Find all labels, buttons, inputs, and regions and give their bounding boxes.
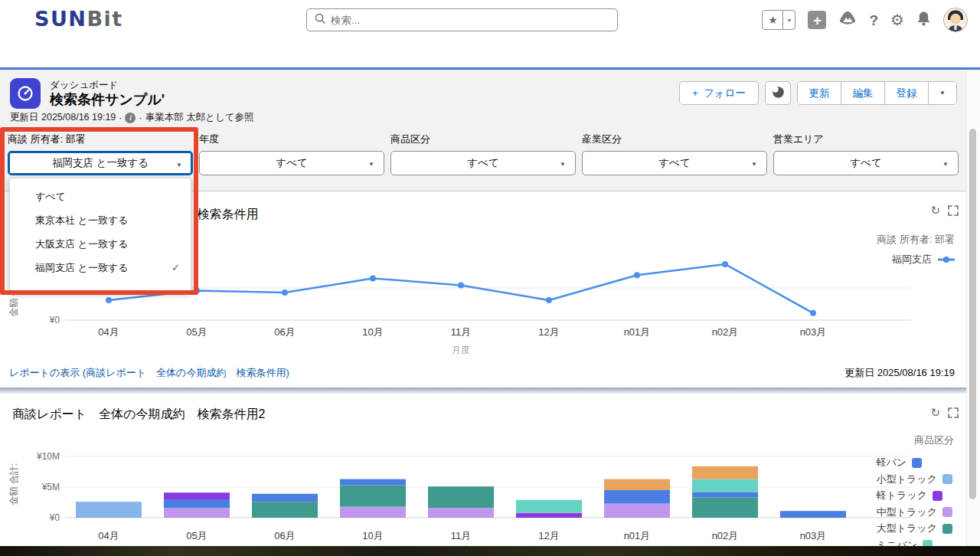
svg-text:¥0: ¥0	[49, 512, 60, 523]
dropdown-option-label: すべて	[35, 191, 66, 202]
follow-label: フォロー	[704, 87, 746, 100]
filter-2: 年度すべて▼	[199, 132, 384, 191]
filter-select[interactable]: 福岡支店 と一致する▼	[8, 151, 193, 175]
svg-text:n02月: n02月	[712, 326, 739, 338]
search-icon	[315, 13, 325, 27]
dropdown-option-label: 大阪支店 と一致する	[35, 238, 129, 250]
user-avatar[interactable]	[943, 8, 968, 32]
svg-text:n01月: n01月	[624, 530, 651, 541]
filter-3: 商品区分すべて▼	[390, 132, 576, 191]
dashboard-actions: + フォロー 更新 編集 登録 ▼	[679, 81, 957, 105]
setup-gear-icon[interactable]: ⚙	[890, 12, 904, 28]
trailhead-icon[interactable]	[838, 10, 857, 30]
favorites-button[interactable]: ★ ▼	[762, 10, 795, 30]
star-icon[interactable]: ★	[763, 11, 782, 29]
svg-text:10月: 10月	[362, 326, 383, 338]
info-icon[interactable]: i	[125, 113, 136, 123]
filter-select[interactable]: すべて▼	[390, 151, 576, 175]
svg-text:¥0: ¥0	[49, 315, 60, 325]
scrollbar-thumb[interactable]	[969, 129, 976, 499]
search-input[interactable]	[331, 15, 609, 26]
filter-select[interactable]: すべて▼	[582, 151, 767, 175]
global-search[interactable]	[306, 8, 618, 31]
svg-text:06月: 06月	[274, 326, 295, 338]
expand-chart-icon[interactable]	[948, 407, 959, 421]
svg-text:04月: 04月	[98, 326, 119, 338]
filter-value: すべて	[774, 156, 958, 170]
dropdown-option[interactable]: 福岡支店 と一致する✓	[10, 256, 191, 280]
svg-text:月度: 月度	[452, 345, 470, 355]
svg-text:05月: 05月	[186, 530, 207, 541]
svg-text:n03月: n03月	[800, 326, 827, 338]
caret-down-icon: ▼	[176, 162, 182, 168]
save-button[interactable]: 登録	[885, 82, 929, 104]
filter-label: 営業エリア	[773, 132, 959, 144]
viewing-as-text: 事業本部 太郎として参照	[145, 111, 254, 124]
filter-label: 商品区分	[390, 132, 576, 144]
notifications-bell-icon[interactable]	[916, 11, 931, 30]
global-header: SUNBit ★ ▼ + ? ⚙	[0, 0, 980, 40]
expand-chart-icon[interactable]	[948, 205, 959, 219]
dropdown-option[interactable]: すべて	[10, 185, 191, 208]
chart-updated-timestamp: 更新日 2025/08/16 19:19	[844, 366, 955, 380]
legend-swatch	[942, 507, 952, 517]
caret-down-icon: ▼	[368, 161, 374, 168]
dashboard-meta: 更新日 2025/08/16 19:19 · i · 事業本部 太郎として参照	[10, 111, 254, 124]
svg-text:05月: 05月	[186, 326, 207, 338]
caret-down-icon: ▼	[751, 161, 757, 168]
svg-text:10月: 10月	[362, 530, 383, 541]
svg-text:12月: 12月	[538, 326, 559, 338]
caret-down-icon: ▼	[942, 161, 949, 168]
follow-button[interactable]: + フォロー	[679, 81, 759, 105]
legend-swatch	[933, 491, 942, 501]
svg-text:¥10M: ¥10M	[36, 451, 60, 462]
dashboard-button-group: 更新 編集 登録 ▼	[797, 81, 957, 105]
svg-text:12月: 12月	[538, 530, 559, 541]
global-actions-plus-icon[interactable]: +	[808, 11, 826, 29]
dropdown-option[interactable]: 東京本社 と一致する	[10, 208, 191, 232]
department-dropdown: すべて東京本社 と一致する大阪支店 と一致する福岡支店 と一致する✓	[9, 178, 191, 292]
filter-value: すべて	[583, 156, 766, 170]
chart-title: 商談レポート 全体の今期成約 検索条件用2	[12, 407, 265, 423]
logo-text-2: Bit	[87, 7, 122, 31]
dropdown-option-label: 東京本社 と一致する	[35, 214, 129, 226]
refresh-chart-icon[interactable]: ↻	[930, 406, 940, 420]
updated-timestamp: 更新日 2025/08/16 19:19	[10, 111, 116, 124]
caret-down-icon: ▼	[560, 161, 566, 168]
crescent-icon	[772, 86, 785, 101]
icon-action-button[interactable]	[765, 81, 791, 105]
page-title: 検索条件サンプル'	[50, 90, 165, 109]
favorites-caret-icon[interactable]: ▼	[782, 11, 795, 29]
dropdown-option-label: 福岡支店 と一致する	[35, 262, 129, 273]
legend-header: 商談 所有者: 部署	[877, 233, 955, 247]
svg-text:11月: 11月	[451, 530, 472, 541]
company-logo[interactable]: SUNBit	[34, 7, 123, 31]
refresh-chart-icon[interactable]: ↻	[930, 204, 940, 217]
view-report-link[interactable]: レポートの表示 (商談レポート 全体の今期成約 検索条件用)	[9, 366, 289, 380]
help-icon[interactable]: ?	[869, 13, 878, 28]
legend-swatch	[942, 474, 952, 484]
svg-text:n02月: n02月	[712, 530, 739, 541]
filter-select[interactable]: すべて▼	[199, 151, 384, 175]
more-actions-caret-icon[interactable]: ▼	[929, 82, 956, 104]
app-navigation-bar: サンビット営業部 ホーム取引先∨取引先責任者∨商談∨グループ∨Chatterケー…	[0, 40, 980, 70]
svg-text:11月: 11月	[451, 326, 472, 338]
check-icon: ✓	[172, 256, 180, 280]
logo-text-1: SUN	[34, 7, 87, 31]
dashboard-header: ダッシュボード 検索条件サンプル' 更新日 2025/08/16 19:19 ·…	[0, 70, 980, 129]
svg-text:06月: 06月	[274, 530, 295, 541]
refresh-button[interactable]: 更新	[798, 82, 841, 104]
bar-chart-card: 商談レポート 全体の今期成約 検索条件用2 ↻ 商品区分 軽バン小型トラック軽ト…	[0, 394, 980, 546]
stacked-bar-chart[interactable]: ¥10M¥5M¥004月05月06月10月11月12月n01月n02月n03月月…	[0, 429, 926, 546]
dropdown-option[interactable]: 大阪支店 と一致する	[10, 232, 191, 256]
edit-button[interactable]: 編集	[841, 82, 885, 104]
filter-label: 商談 所有者: 部署	[8, 132, 193, 144]
svg-text:n01月: n01月	[624, 326, 651, 338]
filter-select[interactable]: すべて▼	[773, 151, 959, 175]
header-icon-cluster: ★ ▼ + ? ⚙	[762, 0, 968, 40]
svg-text:04月: 04月	[98, 530, 119, 541]
filter-value: 福岡支店 と一致する	[9, 156, 191, 170]
card-divider	[0, 388, 980, 394]
svg-text:n03月: n03月	[800, 530, 827, 541]
filter-label: 産業区分	[582, 132, 767, 144]
